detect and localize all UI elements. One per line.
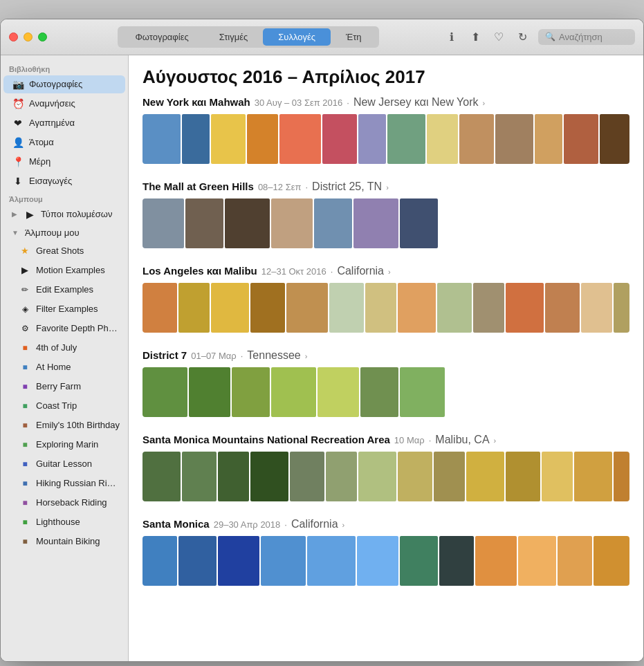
photo-thumb[interactable] [439, 536, 474, 586]
sidebar-item-horseback[interactable]: ■ Horseback Riding [3, 494, 125, 512]
photo-thumb[interactable] [365, 283, 396, 333]
collection-title-sm[interactable]: Santa Monica [142, 518, 210, 530]
info-button[interactable]: ℹ [441, 26, 462, 47]
photo-thumb[interactable] [466, 452, 504, 501]
tab-collections[interactable]: Συλλογές [263, 28, 331, 46]
photo-strip-mall[interactable] [142, 198, 629, 248]
photo-thumb[interactable] [142, 536, 177, 586]
photo-thumb[interactable] [142, 114, 181, 164]
photo-thumb[interactable] [564, 114, 598, 164]
collection-location-district7[interactable]: Tennessee [247, 349, 300, 362]
photo-thumb[interactable] [398, 283, 436, 333]
photo-thumb[interactable] [358, 114, 386, 164]
photo-thumb[interactable] [437, 283, 472, 333]
sidebar-item-mountain-biking[interactable]: ■ Mountain Biking [3, 533, 125, 551]
sidebar-item-emilys-birthday[interactable]: ■ Emily's 10th Birthday [3, 416, 125, 434]
search-box[interactable]: 🔍 [538, 29, 635, 45]
sidebar-item-lighthouse[interactable]: ■ Lighthouse [3, 513, 125, 531]
photo-thumb[interactable] [182, 114, 210, 164]
photo-thumb[interactable] [434, 452, 465, 501]
photo-thumb[interactable] [400, 536, 438, 586]
photo-thumb[interactable] [178, 536, 217, 586]
collection-location-new-york[interactable]: New Jersey και New York [353, 96, 479, 109]
sidebar-item-favorites[interactable]: ❤ Αγαπημένα [3, 114, 125, 132]
photo-strip-new-york[interactable] [142, 114, 629, 164]
photo-thumb[interactable] [594, 536, 629, 586]
photo-thumb[interactable] [218, 452, 249, 501]
photo-thumb[interactable] [329, 283, 364, 333]
sidebar-item-berry-farm[interactable]: ■ Berry Farm [3, 378, 125, 396]
photo-thumb[interactable] [581, 283, 612, 333]
photo-thumb[interactable] [558, 536, 592, 586]
sidebar-item-at-home[interactable]: ■ At Home [3, 358, 125, 376]
favorite-button[interactable]: ♡ [488, 26, 509, 47]
photo-thumb[interactable] [475, 536, 517, 586]
photo-thumb[interactable] [185, 198, 223, 248]
minimize-button[interactable] [24, 33, 33, 41]
photo-thumb[interactable] [473, 283, 504, 333]
photo-thumb[interactable] [250, 283, 285, 333]
photo-thumb[interactable] [211, 283, 249, 333]
photo-thumb[interactable] [506, 283, 544, 333]
photo-thumb[interactable] [279, 114, 321, 164]
photo-thumb[interactable] [542, 452, 573, 501]
photo-thumb[interactable] [290, 452, 324, 501]
photo-thumb[interactable] [400, 198, 438, 248]
collection-title-district7[interactable]: District 7 [142, 349, 187, 361]
photo-thumb[interactable] [614, 283, 629, 333]
photo-thumb[interactable] [357, 536, 398, 586]
sidebar-item-edit-examples[interactable]: ✏ Edit Examples [3, 281, 125, 299]
photo-thumb[interactable] [250, 452, 288, 501]
photo-thumb[interactable] [353, 198, 398, 248]
photo-thumb[interactable] [142, 452, 181, 501]
photo-thumb[interactable] [142, 283, 177, 333]
sidebar-item-filter-examples[interactable]: ◈ Filter Examples [3, 300, 125, 318]
sidebar-item-coast-trip[interactable]: ■ Coast Trip [3, 397, 125, 415]
photo-thumb[interactable] [387, 114, 425, 164]
photo-thumb[interactable] [427, 114, 458, 164]
photo-thumb[interactable] [495, 114, 533, 164]
photo-thumb[interactable] [218, 536, 259, 586]
photo-thumb[interactable] [286, 283, 328, 333]
photo-thumb[interactable] [614, 452, 629, 501]
photo-strip-district7[interactable] [142, 367, 629, 417]
photo-thumb[interactable] [142, 198, 184, 248]
photo-thumb[interactable] [318, 367, 359, 417]
sidebar-item-guitar-lesson[interactable]: ■ Guitar Lesson [3, 455, 125, 473]
photo-thumb[interactable] [518, 536, 556, 586]
photo-thumb[interactable] [261, 536, 306, 586]
sidebar-item-memories[interactable]: ⏰ Αναμνήσεις [3, 95, 125, 113]
collection-location-smm[interactable]: Malibu, CA [435, 434, 489, 446]
photo-thumb[interactable] [178, 283, 210, 333]
photo-thumb[interactable] [225, 198, 270, 248]
sidebar-item-photos[interactable]: 📷 Φωτογραφίες [3, 75, 125, 93]
rotate-button[interactable]: ↻ [512, 26, 533, 47]
photo-thumb[interactable] [314, 198, 352, 248]
sidebar-item-imports[interactable]: ⬇ Εισαγωγές [3, 172, 125, 190]
sidebar-item-people[interactable]: 👤 Άτομα [3, 133, 125, 151]
collection-location-sm[interactable]: California [291, 518, 338, 530]
collection-location-mall[interactable]: District 25, TN [312, 181, 382, 193]
search-input[interactable] [559, 32, 628, 42]
maximize-button[interactable] [38, 33, 47, 41]
collection-title-new-york[interactable]: New York και Mahwah [142, 96, 250, 108]
sidebar-item-exploring-marin[interactable]: ■ Exploring Marin [3, 436, 125, 454]
sidebar-item-4th-july[interactable]: ■ 4th of July [3, 339, 125, 357]
photo-thumb[interactable] [326, 452, 357, 501]
photo-thumb[interactable] [182, 452, 217, 501]
photo-strip-la[interactable] [142, 283, 629, 333]
photo-thumb[interactable] [400, 367, 445, 417]
collection-location-la[interactable]: California [337, 265, 384, 277]
sidebar-item-hiking[interactable]: ■ Hiking Russian Ridge [3, 474, 125, 492]
photo-strip-smm[interactable] [142, 452, 629, 501]
photo-thumb[interactable] [360, 367, 398, 417]
photo-thumb[interactable] [398, 452, 432, 501]
sidebar-item-my-albums-header[interactable]: ▼ Άλμπουμ μου [3, 225, 125, 241]
photo-thumb[interactable] [600, 114, 629, 164]
share-button[interactable]: ⬆ [465, 26, 486, 47]
tab-photos[interactable]: Φωτογραφίες [120, 28, 203, 46]
sidebar-item-media-types[interactable]: ▶ ▶ Τύποι πολυμέσων [3, 205, 125, 223]
tab-years[interactable]: Έτη [331, 28, 377, 46]
tab-moments[interactable]: Στιγμές [204, 28, 264, 46]
collection-title-mall[interactable]: The Mall at Green Hills [142, 181, 254, 192]
